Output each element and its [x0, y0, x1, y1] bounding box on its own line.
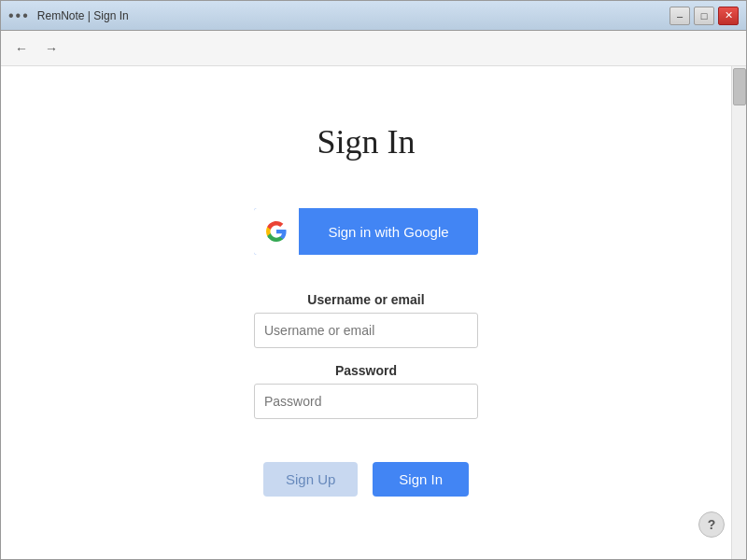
signup-button[interactable]: Sign Up: [263, 462, 358, 497]
password-label: Password: [254, 363, 478, 378]
scrollbar-thumb[interactable]: [733, 68, 746, 105]
google-signin-button[interactable]: Sign in with Google: [254, 208, 478, 255]
browser-body: Sign In Sign in with Google: [1, 66, 746, 559]
google-btn-label: Sign in with Google: [299, 224, 478, 240]
google-g-icon: [265, 220, 288, 243]
signin-button[interactable]: Sign In: [373, 462, 469, 497]
window-title: RemNote | Sign In: [37, 9, 129, 22]
titlebar-controls: – □ ✕: [669, 7, 739, 25]
menu-dots[interactable]: •••: [8, 7, 30, 24]
browser-toolbar: ← →: [1, 31, 746, 66]
page-title: Sign In: [317, 122, 415, 161]
close-button[interactable]: ✕: [718, 7, 739, 25]
form-actions: Sign Up Sign In: [254, 462, 478, 497]
help-button[interactable]: ?: [698, 511, 725, 538]
titlebar-left: ••• RemNote | Sign In: [8, 7, 129, 24]
google-icon-box: [254, 208, 299, 255]
back-button[interactable]: ←: [10, 37, 33, 60]
maximize-button[interactable]: □: [694, 7, 714, 25]
password-group: Password: [254, 363, 478, 419]
password-input[interactable]: [254, 384, 478, 419]
titlebar: ••• RemNote | Sign In – □ ✕: [1, 1, 746, 31]
page-content: Sign In Sign in with Google: [1, 66, 731, 559]
minimize-button[interactable]: –: [669, 7, 690, 25]
forward-button[interactable]: →: [40, 37, 63, 60]
username-group: Username or email: [254, 292, 478, 348]
signin-container: Sign In Sign in with Google: [123, 85, 609, 497]
username-label: Username or email: [254, 292, 478, 307]
scrollbar[interactable]: [731, 66, 746, 559]
username-input[interactable]: [254, 313, 478, 348]
